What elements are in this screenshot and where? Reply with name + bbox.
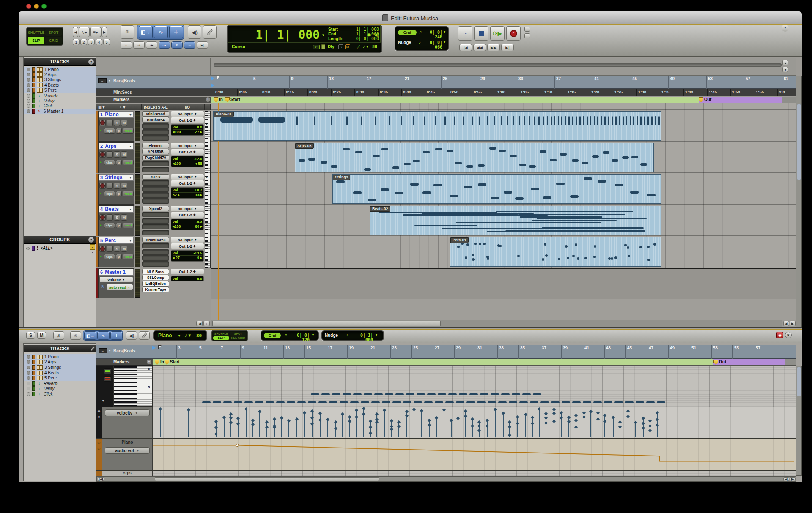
insert-st2-x[interactable]: ST2.x — [142, 174, 169, 180]
velocity-stem[interactable] — [635, 423, 636, 437]
midi-note[interactable] — [593, 401, 602, 403]
clip-beats-02[interactable]: Beats-02 — [370, 206, 661, 235]
ruler-zoom-down-button[interactable]: ▾ — [782, 67, 788, 72]
tracks-list-menu-icon[interactable]: ▼ — [88, 59, 94, 65]
link-timeline-selection-button[interactable]: ↝ — [159, 41, 170, 49]
solo-indicator[interactable]: S — [338, 44, 343, 49]
input-selector[interactable]: no input▼ — [171, 143, 204, 148]
timeline-insertion-icon[interactable]: ⇄ — [313, 45, 320, 49]
mirror-midi-button[interactable]: ▫▸ — [146, 41, 157, 49]
playlist-button[interactable]: p — [116, 128, 122, 134]
insert-empty-slot[interactable] — [142, 255, 169, 261]
midi-note[interactable] — [223, 401, 232, 403]
lane-expand-icon[interactable]: ⊕ — [97, 447, 101, 451]
clips-view-button[interactable]: clps — [104, 160, 115, 165]
midi-note[interactable] — [657, 401, 665, 403]
midi-note[interactable] — [448, 393, 457, 395]
velocity-stem[interactable] — [421, 411, 422, 437]
zoom-toggle-button[interactable]: ↔ — [121, 41, 132, 49]
output-selector[interactable]: Out 1-2✚ — [171, 149, 204, 155]
solo-button[interactable]: S — [114, 183, 120, 189]
midi-note[interactable] — [533, 393, 541, 395]
velocity-stem[interactable] — [266, 422, 267, 437]
sidebar-item-1-piano[interactable]: 1 Piano — [24, 354, 96, 360]
velocity-stem[interactable] — [342, 414, 343, 437]
automation-type-selector[interactable]: volume▼ — [100, 277, 133, 282]
stop-button[interactable] — [474, 26, 488, 41]
sidebar-item-3-strings[interactable]: 3 Strings — [24, 77, 96, 82]
velocity-stem[interactable] — [356, 410, 357, 437]
note-value-icon[interactable]: ♪ ▾ — [363, 44, 368, 49]
playhead-icon[interactable] — [211, 76, 214, 81]
insert-nls-buss[interactable]: NLS Buss — [142, 269, 169, 274]
default-velocity-value[interactable]: 80 — [372, 44, 377, 49]
clips-view-button[interactable]: clps — [104, 191, 115, 196]
note-color-button-red[interactable] — [104, 376, 111, 382]
track-output-icon[interactable]: ◀) — [374, 32, 379, 38]
clip-perc-01[interactable]: Perc-01 — [450, 237, 661, 267]
insert-empty-slot[interactable] — [142, 218, 169, 224]
insert-api-550b[interactable]: API-550B — [142, 149, 169, 154]
editor-ruler-dropdown[interactable]: ▼ — [108, 349, 111, 352]
insert-empty-slot[interactable] — [142, 243, 169, 248]
playback-follows-button[interactable]: ▸| — [197, 41, 208, 49]
midi-note[interactable] — [498, 401, 507, 403]
hscroll-right-arrow[interactable]: ▶ — [790, 321, 796, 326]
insert-mini-grand[interactable]: Mini Grand — [142, 111, 169, 117]
midi-note[interactable] — [371, 401, 380, 403]
velocity-stem[interactable] — [517, 417, 518, 437]
output-selector[interactable]: Out 1-2✚ — [171, 269, 204, 274]
record-enable-button[interactable] — [99, 183, 106, 189]
sidebar-item-1-piano[interactable]: 1 Piano — [24, 67, 96, 72]
velocity-stem[interactable] — [444, 410, 444, 437]
midi-note[interactable] — [403, 401, 411, 403]
velocity-stem[interactable] — [495, 409, 496, 437]
scroll-down-button[interactable]: ↓ — [203, 321, 210, 326]
automation-mode-button[interactable]: read — [123, 160, 134, 165]
groups-list-menu-icon[interactable]: ▼ — [88, 237, 94, 243]
nudge-dropdown-icon[interactable]: ▾ — [444, 40, 445, 44]
sidebar-item-delay[interactable]: ↓Delay — [24, 386, 96, 392]
midi-note[interactable] — [406, 393, 414, 395]
editor-ruler-view-icon[interactable]: ≡ — [99, 348, 107, 353]
midi-note[interactable] — [311, 393, 319, 395]
ruler-dropdown-icon[interactable]: ▼ — [108, 79, 111, 82]
midi-note[interactable] — [234, 401, 242, 403]
velocity-stem[interactable] — [288, 421, 289, 437]
zoom-waveform-button[interactable]: ∿▾ — [79, 27, 90, 37]
editor-solo-button[interactable]: S — [26, 332, 35, 339]
clip-piano-01[interactable]: Piano-01 — [213, 111, 661, 141]
elastic-audio-icon[interactable]: ▲ — [99, 223, 103, 228]
clip-strings[interactable]: Strings — [332, 174, 661, 204]
midi-note[interactable] — [501, 393, 510, 395]
midi-note[interactable] — [343, 393, 351, 395]
midi-note[interactable] — [456, 401, 464, 403]
nudge-note-icon[interactable]: ♪ — [419, 40, 421, 44]
midi-note[interactable] — [562, 401, 570, 403]
velocity-stem[interactable] — [503, 413, 504, 437]
keyboard-focus-icon[interactable]: az — [90, 244, 95, 250]
playhead-icon[interactable] — [211, 83, 214, 87]
velocity-stem[interactable] — [590, 412, 591, 437]
automation-mode-button[interactable]: read — [123, 223, 134, 228]
editor-mode-relgrid[interactable]: REL GRID — [230, 336, 246, 340]
grid-value[interactable]: 0| 0| 240 — [423, 30, 442, 39]
master-track-lane[interactable] — [211, 268, 796, 299]
input-monitor-button[interactable] — [107, 246, 113, 252]
sidebar-item-5-perc[interactable]: 5 Perc — [24, 375, 96, 381]
record-enable-button[interactable] — [99, 151, 106, 158]
track-name-piano[interactable]: 1Piano▼ — [99, 111, 134, 118]
midi-note[interactable] — [646, 401, 655, 403]
solo-button[interactable]: S — [114, 246, 120, 252]
track-keyboard-strip[interactable] — [205, 111, 211, 268]
velocity-stem[interactable] — [327, 420, 328, 437]
lane-expand-icon[interactable]: ⊕ — [97, 415, 101, 419]
output-selector[interactable]: Out 1-2✚ — [171, 117, 204, 123]
track-name-strings[interactable]: 3Strings▼ — [99, 174, 134, 181]
insert-empty-slot[interactable] — [142, 249, 169, 255]
midi-note[interactable] — [530, 401, 538, 403]
editor-note-value-icon[interactable]: ♪ ▾ — [185, 333, 191, 338]
midi-note[interactable] — [340, 401, 348, 403]
selector-tool-button[interactable]: ∿ — [154, 26, 168, 38]
volume-pan-display[interactable]: vol0.0 — [171, 276, 204, 281]
